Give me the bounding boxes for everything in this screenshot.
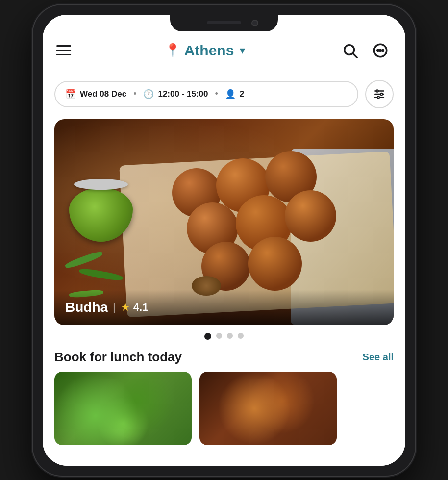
svg-point-9 (376, 90, 378, 92)
person-icon: 👤 (225, 89, 236, 100)
carousel-dots (43, 325, 405, 345)
menu-line-1 (56, 45, 71, 47)
thumb-image-1 (54, 372, 192, 445)
rating: ★ 4.1 (121, 301, 149, 314)
dot-2[interactable] (216, 333, 222, 339)
info-divider: | (113, 301, 116, 314)
thumb-card-2[interactable] (199, 372, 337, 445)
dot-1[interactable] (204, 333, 211, 340)
date-text: Wed 08 Dec (80, 89, 126, 99)
thumb-image-2 (199, 372, 337, 445)
see-all-button[interactable]: See all (363, 352, 394, 363)
dot-4[interactable] (238, 333, 244, 339)
card-overlay: Budha | ★ 4.1 (54, 290, 394, 325)
menu-button[interactable] (56, 45, 71, 55)
notch-speaker (207, 21, 241, 24)
thumb-card-1[interactable] (54, 372, 192, 445)
guests-text: 2 (240, 89, 244, 99)
chevron-down-icon: ▾ (240, 44, 245, 57)
svg-point-11 (377, 96, 379, 98)
date-time-pill[interactable]: 📅 Wed 08 Dec • 🕐 12:00 - 15:00 • 👤 2 (54, 81, 358, 107)
filter-bar: 📅 Wed 08 Dec • 🕐 12:00 - 15:00 • 👤 2 (43, 71, 405, 117)
section-title: Book for lunch today (54, 350, 182, 365)
header-actions (339, 39, 392, 62)
date-item: 📅 Wed 08 Dec (65, 89, 126, 100)
lunch-section: Book for lunch today See all (43, 345, 405, 365)
dot-separator-1: • (133, 89, 136, 99)
meatball-6 (285, 190, 336, 242)
time-text: 12:00 - 15:00 (158, 89, 208, 99)
rating-value: 4.1 (133, 301, 149, 314)
clock-icon: 🕐 (143, 89, 154, 100)
chat-button[interactable] (369, 39, 392, 62)
notch (170, 15, 278, 31)
time-item: 🕐 12:00 - 15:00 (143, 89, 208, 100)
notch-camera (251, 20, 258, 26)
guests-item: 👤 2 (225, 89, 244, 100)
phone-outer: 📍 Athens ▾ (33, 5, 415, 476)
restaurant-name: Budha (65, 300, 108, 315)
thumbnail-row (43, 365, 405, 455)
menu-line-3 (56, 54, 71, 55)
featured-section: Budha | ★ 4.1 (43, 117, 405, 466)
chili-1 (64, 250, 103, 270)
featured-card[interactable]: Budha | ★ 4.1 (54, 119, 394, 325)
calendar-icon: 📅 (65, 89, 76, 100)
dot-3[interactable] (227, 333, 233, 339)
location-selector[interactable]: 📍 Athens ▾ (165, 42, 246, 59)
meatball-8 (248, 237, 302, 291)
menu-line-2 (56, 50, 71, 51)
chat-icon (372, 42, 389, 59)
svg-point-10 (380, 93, 382, 95)
phone-inner: 📍 Athens ▾ (43, 15, 405, 466)
pin-icon: 📍 (165, 43, 180, 58)
svg-line-1 (353, 53, 357, 57)
sliders-icon (373, 88, 386, 101)
search-icon (342, 42, 358, 59)
screen: 📍 Athens ▾ (43, 15, 405, 466)
chili-2 (78, 267, 123, 281)
restaurant-info: Budha | ★ 4.1 (65, 300, 383, 315)
search-button[interactable] (339, 39, 361, 62)
svg-point-3 (377, 50, 379, 51)
svg-point-5 (382, 50, 384, 51)
svg-point-4 (380, 50, 381, 51)
star-icon: ★ (121, 301, 130, 314)
phone-frame: 📍 Athens ▾ (0, 0, 448, 480)
filter-button[interactable] (365, 80, 394, 108)
dot-separator-2: • (215, 89, 218, 99)
location-name: Athens (184, 42, 234, 59)
